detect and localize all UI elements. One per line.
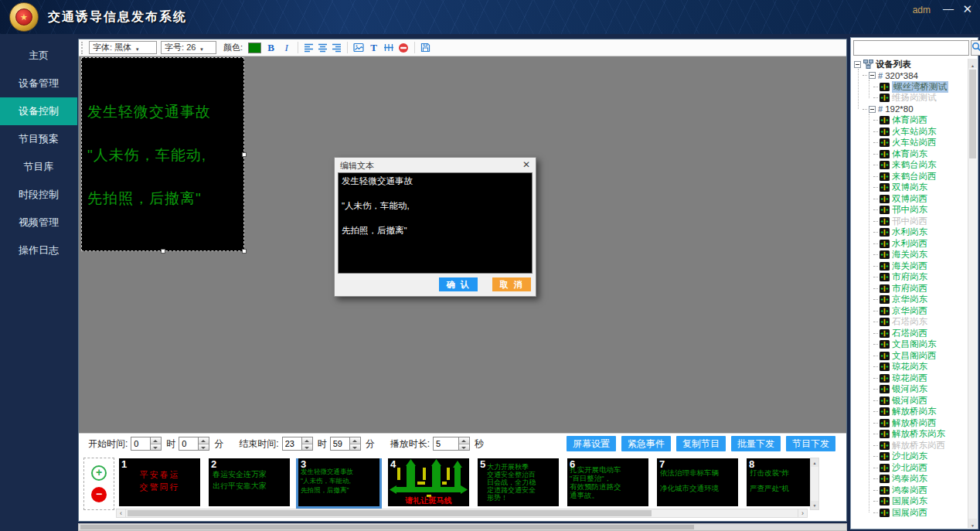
playlist-item[interactable]: 请礼让斑马线4 xyxy=(388,458,469,506)
batch-send-button[interactable]: 批量下发 xyxy=(731,436,781,451)
scroll-right-icon[interactable] xyxy=(798,509,808,518)
end-minute-input[interactable] xyxy=(330,437,350,451)
scroll-down-icon[interactable] xyxy=(968,519,977,528)
tree-device-item[interactable]: 国展岗东 xyxy=(852,496,967,508)
tree-device-item[interactable]: 文昌阁岗东 xyxy=(852,339,967,351)
bold-button[interactable]: B xyxy=(265,42,277,54)
tree-device-item[interactable]: 沙北岗西 xyxy=(852,462,967,474)
tree-device-item[interactable]: 石塔岗西 xyxy=(852,328,967,339)
playlist-item[interactable]: 平安春运交警同行1 xyxy=(119,458,200,506)
tree-device-item[interactable]: 维扬岗测试 xyxy=(852,93,967,104)
end-hour-input[interactable] xyxy=(282,437,302,451)
tree-group[interactable]: 320*384 xyxy=(852,70,967,82)
tree-device-item[interactable]: 火车站岗东 xyxy=(852,126,967,138)
color-swatch[interactable] xyxy=(248,43,261,53)
tree-device-item[interactable]: 银河岗西 xyxy=(852,395,967,407)
align-center-icon[interactable] xyxy=(318,43,328,53)
sidebar-item-home[interactable]: 主页 xyxy=(0,42,77,70)
scroll-left-icon[interactable] xyxy=(116,509,126,518)
close-icon[interactable]: ✕ xyxy=(962,2,972,16)
dialog-titlebar[interactable]: 编辑文本 ✕ xyxy=(335,158,536,172)
tree-device-item[interactable]: 解放桥岗东 xyxy=(852,407,967,418)
font-size-select[interactable]: 字号: 26 xyxy=(161,41,216,54)
cancel-button[interactable]: 取 消 xyxy=(492,277,531,291)
playlist-item[interactable]: 春运安全连万家出行平安靠大家2 xyxy=(209,458,290,506)
start-minute-stepper[interactable] xyxy=(199,437,209,451)
device-search-input[interactable] xyxy=(853,40,969,56)
start-hour-input[interactable] xyxy=(131,437,151,451)
tree-device-item[interactable]: 京华岗东 xyxy=(852,294,967,306)
playlist-item[interactable]: 依法治理非标车辆净化城市交通环境7 xyxy=(657,458,738,506)
screen-settings-button[interactable]: 屏幕设置 xyxy=(567,436,616,451)
tree-device-item[interactable]: 石塔岗东 xyxy=(852,317,967,328)
playlist-item[interactable]: 扎实开展电动车"百日整治"，有效预防道路交通事故。6 xyxy=(567,458,648,506)
scrollbar-thumb[interactable] xyxy=(969,70,976,158)
end-hour-stepper[interactable] xyxy=(302,437,313,451)
sidebar-item-device-control[interactable]: 设备控制 xyxy=(0,97,77,125)
tree-device-item[interactable]: 海关岗西 xyxy=(852,260,967,272)
playlist-horizontal-scrollbar[interactable] xyxy=(116,509,808,518)
tree-device-item[interactable]: 邗中岗东 xyxy=(852,205,967,216)
tree-device-item[interactable]: 体育岗东 xyxy=(852,148,967,160)
tree-device-item[interactable]: 螺丝湾桥测试 xyxy=(852,81,967,93)
scrollbar-track[interactable] xyxy=(126,509,798,518)
led-preview[interactable]: 发生轻微交通事故"人未伤，车能动,先拍照，后撤离" xyxy=(81,57,244,251)
scroll-up-icon[interactable] xyxy=(811,458,818,467)
road-sign-icon[interactable] xyxy=(383,43,394,53)
main-horizontal-scrollbar[interactable] xyxy=(78,523,847,531)
search-button[interactable] xyxy=(971,40,980,56)
resize-handle-right[interactable] xyxy=(242,152,247,157)
tree-device-item[interactable]: 双博岗东 xyxy=(852,182,967,194)
tree-device-item[interactable]: 双博岗西 xyxy=(852,193,967,205)
tree-device-item[interactable]: 国展岗西 xyxy=(852,507,967,519)
end-minute-stepper[interactable] xyxy=(350,437,361,451)
confirm-button[interactable]: 确 认 xyxy=(439,277,478,291)
tree-root[interactable]: 设备列表 xyxy=(852,59,967,70)
tree-device-item[interactable]: 京华岗西 xyxy=(852,305,967,317)
tree-device-item[interactable]: 体育岗西 xyxy=(852,115,967,127)
minimize-icon[interactable]: — xyxy=(943,2,954,15)
tree-device-item[interactable]: 解放桥东岗东 xyxy=(852,429,967,441)
dialog-close-icon[interactable]: ✕ xyxy=(522,159,530,170)
tree-device-item[interactable]: 来鹤台岗西 xyxy=(852,171,967,182)
italic-button[interactable]: I xyxy=(281,42,292,54)
tree-device-item[interactable]: 市府岗西 xyxy=(852,283,967,294)
save-icon[interactable] xyxy=(420,43,430,53)
no-entry-icon[interactable] xyxy=(398,43,409,53)
align-left-icon[interactable] xyxy=(304,43,314,53)
playlist-vertical-scrollbar[interactable] xyxy=(810,458,819,510)
collapse-icon[interactable] xyxy=(854,61,861,68)
tree-device-item[interactable]: 文昌阁岗西 xyxy=(852,350,967,362)
scroll-down-icon[interactable] xyxy=(811,501,818,509)
tree-device-item[interactable]: 火车站岗西 xyxy=(852,138,967,149)
insert-image-icon[interactable] xyxy=(353,43,364,53)
sidebar-item-program-library[interactable]: 节目库 xyxy=(0,153,77,181)
tree-device-item[interactable]: 来鹤台岗东 xyxy=(852,160,967,172)
tree-device-item[interactable]: 沙北岗东 xyxy=(852,451,967,463)
font-family-select[interactable]: 字体: 黑体 xyxy=(89,41,157,54)
sidebar-item-period-control[interactable]: 时段控制 xyxy=(0,181,77,209)
tree-device-item[interactable]: 琼花岗西 xyxy=(852,373,967,384)
collapse-icon[interactable] xyxy=(869,72,876,79)
username[interactable]: adm xyxy=(913,5,931,15)
tree-scrollbar[interactable] xyxy=(968,59,977,528)
tree-device-item[interactable]: 银河岗东 xyxy=(852,384,967,396)
tree-group[interactable]: 192*80 xyxy=(852,104,967,115)
remove-program-button[interactable]: − xyxy=(91,487,107,502)
tree-device-item[interactable]: 海关岗东 xyxy=(852,250,967,261)
emergency-event-button[interactable]: 紧急事件 xyxy=(621,436,671,451)
tree-device-item[interactable]: 解放桥岗西 xyxy=(852,417,967,429)
sidebar-item-operation-log[interactable]: 操作日志 xyxy=(0,237,77,264)
program-send-button[interactable]: 节目下发 xyxy=(786,436,835,451)
align-right-icon[interactable] xyxy=(332,43,342,53)
duration-stepper[interactable] xyxy=(459,437,470,451)
tree-device-item[interactable]: 邗中岗西 xyxy=(852,216,967,227)
sidebar-item-device-manage[interactable]: 设备管理 xyxy=(0,70,77,97)
copy-program-button[interactable]: 复制节目 xyxy=(676,436,726,451)
tree-device-item[interactable]: 琼花岗东 xyxy=(852,362,967,373)
resize-handle-bottom[interactable] xyxy=(161,249,165,254)
tree-device-item[interactable]: 水利岗西 xyxy=(852,238,967,250)
dialog-textarea[interactable]: 发生轻微交通事故 "人未伤，车能动, 先拍照，后撤离" xyxy=(338,172,533,274)
playlist-item[interactable]: 大力开展秋季交通安全整治百日会战，全力稳定道路交通安全形势！5 xyxy=(478,458,559,506)
start-minute-input[interactable] xyxy=(179,437,199,451)
